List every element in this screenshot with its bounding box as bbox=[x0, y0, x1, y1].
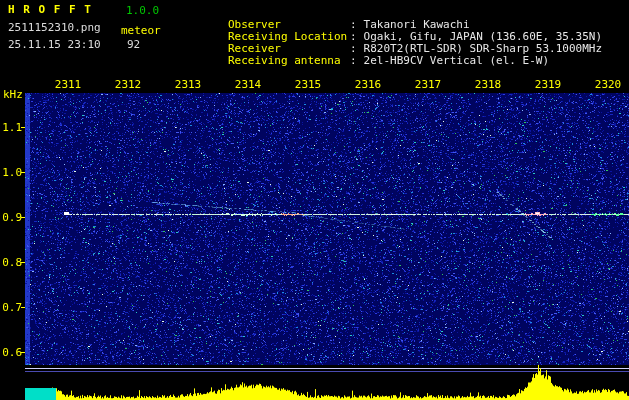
header: H R O F F T 1.0.0 2511152310.png meteor … bbox=[0, 0, 629, 56]
info-value: 2el-HB9CV Vertical (el. E-W) bbox=[357, 55, 549, 67]
output-filename: 2511152310.png bbox=[8, 22, 101, 34]
station-info: Observer:Takanori Kawachi Receiving Loca… bbox=[175, 5, 602, 53]
echo-count: 92 bbox=[127, 39, 140, 51]
app-title: H R O F F T bbox=[8, 4, 92, 16]
info-colon: : bbox=[350, 55, 357, 67]
datetime-label: 25.11.15 23:10 bbox=[8, 39, 101, 51]
info-label: Receiving antenna bbox=[228, 55, 350, 67]
hrofft-screen: H R O F F T 1.0.0 2511152310.png meteor … bbox=[0, 0, 629, 400]
info-row-observer: Observer:Takanori Kawachi bbox=[175, 5, 602, 17]
mode-label: meteor bbox=[121, 25, 161, 37]
app-version: 1.0.0 bbox=[126, 5, 159, 17]
